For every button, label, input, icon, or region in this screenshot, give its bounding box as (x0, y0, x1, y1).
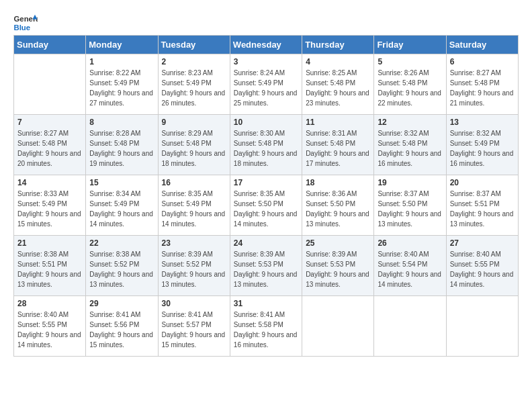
day-number: 19 (378, 178, 442, 187)
day-number: 20 (450, 178, 515, 187)
calendar-day-cell: 16Sunrise: 8:35 AMSunset: 5:49 PMDayligh… (158, 175, 230, 236)
calendar-day-cell: 14Sunrise: 8:33 AMSunset: 5:49 PMDayligh… (14, 175, 86, 236)
day-info: Sunrise: 8:36 AMSunset: 5:50 PMDaylight:… (306, 189, 370, 229)
calendar-day-cell: 23Sunrise: 8:39 AMSunset: 5:52 PMDayligh… (158, 236, 230, 296)
day-info: Sunrise: 8:28 AMSunset: 5:48 PMDaylight:… (89, 128, 154, 169)
day-number: 15 (89, 178, 154, 187)
day-info: Sunrise: 8:31 AMSunset: 5:48 PMDaylight:… (306, 128, 370, 169)
logo: General Blue (13, 13, 39, 32)
day-number: 24 (234, 238, 298, 248)
calendar-day-cell: 31Sunrise: 8:41 AMSunset: 5:58 PMDayligh… (230, 296, 302, 357)
calendar-week-row: 1Sunrise: 8:22 AMSunset: 5:49 PMDaylight… (14, 54, 519, 115)
day-number: 4 (306, 57, 370, 66)
calendar-day-cell: 2Sunrise: 8:23 AMSunset: 5:49 PMDaylight… (158, 54, 230, 115)
calendar-day-cell: 15Sunrise: 8:34 AMSunset: 5:49 PMDayligh… (86, 175, 158, 236)
day-info: Sunrise: 8:32 AMSunset: 5:49 PMDaylight:… (450, 128, 515, 169)
calendar-day-cell: 20Sunrise: 8:37 AMSunset: 5:51 PMDayligh… (446, 175, 518, 236)
day-number: 23 (162, 238, 226, 248)
day-info: Sunrise: 8:40 AMSunset: 5:55 PMDaylight:… (17, 310, 82, 350)
day-number: 12 (378, 118, 442, 127)
calendar-day-cell: 30Sunrise: 8:41 AMSunset: 5:57 PMDayligh… (158, 296, 230, 357)
day-info: Sunrise: 8:35 AMSunset: 5:49 PMDaylight:… (162, 189, 226, 229)
day-number: 21 (17, 238, 82, 248)
day-number: 3 (234, 57, 298, 66)
day-number: 16 (162, 178, 226, 187)
day-info: Sunrise: 8:41 AMSunset: 5:57 PMDaylight:… (162, 310, 226, 350)
calendar-day-cell (446, 296, 518, 357)
day-number: 14 (17, 178, 82, 187)
day-info: Sunrise: 8:23 AMSunset: 5:49 PMDaylight:… (162, 68, 226, 108)
calendar-day-cell (14, 54, 86, 115)
calendar-day-cell: 9Sunrise: 8:29 AMSunset: 5:48 PMDaylight… (158, 115, 230, 175)
calendar-day-cell: 27Sunrise: 8:40 AMSunset: 5:55 PMDayligh… (446, 236, 518, 296)
calendar-day-cell: 6Sunrise: 8:27 AMSunset: 5:48 PMDaylight… (446, 54, 518, 115)
day-info: Sunrise: 8:32 AMSunset: 5:48 PMDaylight:… (378, 128, 442, 169)
day-number: 11 (306, 118, 370, 127)
day-number: 9 (162, 118, 226, 127)
day-info: Sunrise: 8:37 AMSunset: 5:50 PMDaylight:… (378, 189, 442, 229)
calendar-day-cell (302, 296, 374, 357)
day-number: 8 (89, 118, 154, 127)
calendar-day-cell: 17Sunrise: 8:35 AMSunset: 5:50 PMDayligh… (230, 175, 302, 236)
calendar-day-cell: 25Sunrise: 8:39 AMSunset: 5:53 PMDayligh… (302, 236, 374, 296)
page-header: General Blue (13, 13, 519, 32)
day-number: 30 (162, 299, 226, 308)
calendar-day-cell: 7Sunrise: 8:27 AMSunset: 5:48 PMDaylight… (14, 115, 86, 175)
day-number: 10 (234, 118, 298, 127)
calendar-day-cell: 11Sunrise: 8:31 AMSunset: 5:48 PMDayligh… (302, 115, 374, 175)
day-number: 6 (450, 57, 515, 66)
day-info: Sunrise: 8:22 AMSunset: 5:49 PMDaylight:… (89, 68, 154, 108)
day-info: Sunrise: 8:25 AMSunset: 5:48 PMDaylight:… (306, 68, 370, 108)
day-of-week-header: Wednesday (230, 36, 302, 54)
day-number: 27 (450, 238, 515, 248)
calendar-day-cell: 3Sunrise: 8:24 AMSunset: 5:49 PMDaylight… (230, 54, 302, 115)
calendar-week-row: 7Sunrise: 8:27 AMSunset: 5:48 PMDaylight… (14, 115, 519, 175)
calendar-table: SundayMondayTuesdayWednesdayThursdayFrid… (13, 35, 519, 357)
day-info: Sunrise: 8:30 AMSunset: 5:48 PMDaylight:… (234, 128, 298, 169)
day-number: 29 (89, 299, 154, 308)
day-number: 17 (234, 178, 298, 187)
calendar-week-row: 14Sunrise: 8:33 AMSunset: 5:49 PMDayligh… (14, 175, 519, 236)
calendar-day-cell: 19Sunrise: 8:37 AMSunset: 5:50 PMDayligh… (374, 175, 446, 236)
calendar-week-row: 21Sunrise: 8:38 AMSunset: 5:51 PMDayligh… (14, 236, 519, 296)
calendar-day-cell: 10Sunrise: 8:30 AMSunset: 5:48 PMDayligh… (230, 115, 302, 175)
calendar-day-cell: 18Sunrise: 8:36 AMSunset: 5:50 PMDayligh… (302, 175, 374, 236)
calendar-week-row: 28Sunrise: 8:40 AMSunset: 5:55 PMDayligh… (14, 296, 519, 357)
day-number: 22 (89, 238, 154, 248)
day-info: Sunrise: 8:34 AMSunset: 5:49 PMDaylight:… (89, 189, 154, 229)
calendar-day-cell: 21Sunrise: 8:38 AMSunset: 5:51 PMDayligh… (14, 236, 86, 296)
day-info: Sunrise: 8:38 AMSunset: 5:52 PMDaylight:… (89, 249, 154, 289)
calendar-day-cell: 22Sunrise: 8:38 AMSunset: 5:52 PMDayligh… (86, 236, 158, 296)
day-number: 28 (17, 299, 82, 308)
day-number: 5 (378, 57, 442, 66)
day-of-week-header: Saturday (446, 36, 518, 54)
day-number: 13 (450, 118, 515, 127)
day-info: Sunrise: 8:37 AMSunset: 5:51 PMDaylight:… (450, 189, 515, 229)
day-info: Sunrise: 8:26 AMSunset: 5:48 PMDaylight:… (378, 68, 442, 108)
calendar-day-cell: 24Sunrise: 8:39 AMSunset: 5:53 PMDayligh… (230, 236, 302, 296)
day-number: 2 (162, 57, 226, 66)
calendar-day-cell (374, 296, 446, 357)
day-of-week-header: Sunday (14, 36, 86, 54)
day-info: Sunrise: 8:29 AMSunset: 5:48 PMDaylight:… (162, 128, 226, 169)
day-of-week-header: Friday (374, 36, 446, 54)
calendar-day-cell: 28Sunrise: 8:40 AMSunset: 5:55 PMDayligh… (14, 296, 86, 357)
calendar-day-cell: 1Sunrise: 8:22 AMSunset: 5:49 PMDaylight… (86, 54, 158, 115)
day-info: Sunrise: 8:41 AMSunset: 5:56 PMDaylight:… (89, 310, 154, 350)
day-info: Sunrise: 8:24 AMSunset: 5:49 PMDaylight:… (234, 68, 298, 108)
day-of-week-header: Tuesday (158, 36, 230, 54)
day-number: 26 (378, 238, 442, 248)
day-info: Sunrise: 8:39 AMSunset: 5:53 PMDaylight:… (306, 249, 370, 289)
calendar-day-cell: 5Sunrise: 8:26 AMSunset: 5:48 PMDaylight… (374, 54, 446, 115)
day-number: 18 (306, 178, 370, 187)
day-number: 7 (17, 118, 82, 127)
day-of-week-header: Thursday (302, 36, 374, 54)
day-number: 1 (89, 57, 154, 66)
day-info: Sunrise: 8:40 AMSunset: 5:54 PMDaylight:… (378, 249, 442, 289)
calendar-day-cell: 13Sunrise: 8:32 AMSunset: 5:49 PMDayligh… (446, 115, 518, 175)
calendar-day-cell: 12Sunrise: 8:32 AMSunset: 5:48 PMDayligh… (374, 115, 446, 175)
calendar-day-cell: 8Sunrise: 8:28 AMSunset: 5:48 PMDaylight… (86, 115, 158, 175)
day-of-week-header: Monday (86, 36, 158, 54)
day-info: Sunrise: 8:40 AMSunset: 5:55 PMDaylight:… (450, 249, 515, 289)
day-info: Sunrise: 8:41 AMSunset: 5:58 PMDaylight:… (234, 310, 298, 350)
